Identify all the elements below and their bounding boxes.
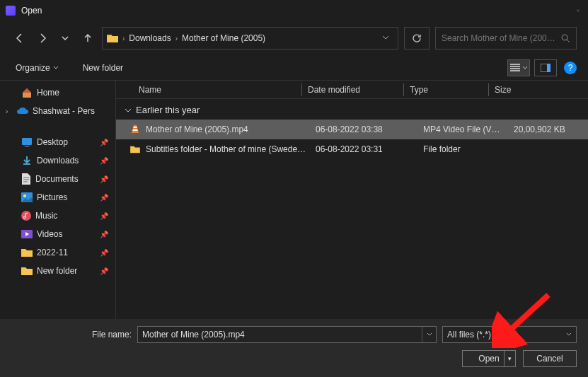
column-date[interactable]: Date modified (301, 83, 403, 96)
breadcrumb-item[interactable]: Downloads (129, 33, 171, 43)
sidebar-item-videos[interactable]: Videos 📌 (0, 225, 115, 243)
column-name[interactable]: Name (133, 83, 301, 96)
pin-icon: 📌 (100, 194, 108, 202)
file-size: 20,00,902 KB (514, 124, 579, 134)
pin-icon: 📌 (100, 231, 108, 238)
vlc-icon (130, 124, 140, 134)
sidebar-item-label: Desktop (37, 137, 68, 147)
column-headers[interactable]: Name Date modified Type Size (116, 81, 588, 99)
cancel-button[interactable]: Cancel (523, 350, 577, 367)
folder-icon (130, 145, 140, 153)
svg-rect-2 (547, 64, 550, 72)
back-button[interactable] (11, 30, 28, 47)
sidebar-item-label: Music (35, 211, 57, 221)
file-row[interactable]: Subtitles folder - Mother of mine (Swede… (116, 139, 588, 159)
file-type: File folder (423, 144, 508, 154)
title-bar: Open (0, 0, 588, 21)
pin-icon: 📌 (100, 175, 108, 183)
file-date: 06-08-2022 03:31 (316, 144, 417, 154)
svg-rect-3 (22, 138, 32, 145)
new-folder-button[interactable]: New folder (80, 60, 126, 76)
preview-pane-icon (541, 64, 550, 72)
dialog-footer: File name: All files (*.*) Open ▾ Cancel (0, 319, 588, 377)
cloud-icon (17, 107, 28, 115)
folder-icon (21, 266, 33, 276)
sidebar-item-desktop[interactable]: Desktop 📌 (0, 133, 115, 151)
sidebar-item-downloads[interactable]: Downloads 📌 (0, 151, 115, 170)
sidebar-item-label: Downloads (37, 156, 79, 166)
pin-icon: 📌 (100, 139, 108, 146)
home-icon (21, 87, 33, 98)
breadcrumb-item[interactable]: Mother of Mine (2005) (182, 33, 265, 43)
chevron-down-icon (125, 107, 132, 114)
svg-point-0 (562, 35, 567, 40)
desktop-icon (21, 137, 33, 147)
window-title: Open (21, 6, 574, 16)
sidebar: Home › Shashwat - Pers Desktop 📌 Downloa… (0, 81, 116, 328)
refresh-button[interactable] (404, 27, 430, 50)
sidebar-item-pictures[interactable]: Pictures 📌 (0, 188, 115, 207)
file-row[interactable]: Mother of Mine (2005).mp4 06-08-2022 03:… (116, 120, 588, 139)
pin-icon: 📌 (100, 249, 108, 257)
svg-rect-10 (133, 129, 138, 131)
filename-input[interactable] (138, 330, 422, 340)
file-type: MP4 Video File (V… (423, 124, 508, 134)
svg-point-6 (23, 195, 26, 197)
search-input[interactable] (442, 33, 557, 43)
sidebar-item-label: New folder (37, 266, 77, 276)
forward-button[interactable] (34, 30, 51, 47)
filename-dropdown[interactable] (422, 327, 436, 342)
videos-icon (21, 230, 33, 238)
pictures-icon (21, 192, 33, 202)
help-button[interactable]: ? (564, 62, 577, 74)
organize-menu[interactable]: Organize (11, 60, 63, 76)
sidebar-onedrive[interactable]: › Shashwat - Pers (0, 102, 115, 120)
filter-label: All files (*.*) (447, 330, 566, 340)
svg-rect-4 (25, 146, 29, 147)
close-icon[interactable] (574, 6, 582, 15)
sidebar-item-label: Home (37, 88, 59, 98)
sidebar-item-label: Shashwat - Pers (33, 106, 95, 116)
chevron-down-icon (566, 332, 572, 337)
preview-pane-button[interactable] (534, 59, 557, 76)
pin-icon: 📌 (100, 267, 108, 275)
sidebar-item-label: Documents (35, 174, 79, 184)
recent-dropdown[interactable] (57, 30, 74, 47)
column-size[interactable]: Size (488, 83, 553, 96)
app-icon (6, 6, 16, 16)
file-date: 06-08-2022 03:38 (316, 124, 417, 134)
group-header[interactable]: Earlier this year (116, 99, 588, 120)
up-button[interactable] (79, 30, 96, 47)
breadcrumb-dropdown[interactable] (378, 33, 393, 43)
open-label: Open (478, 354, 499, 364)
expand-icon[interactable]: › (6, 108, 13, 115)
toolbar: Organize New folder ? (0, 55, 588, 81)
sidebar-home[interactable]: Home (0, 83, 115, 102)
file-filter[interactable]: All files (*.*) (442, 326, 577, 343)
pin-icon: 📌 (100, 212, 108, 220)
document-icon (21, 173, 31, 185)
list-view-icon (510, 64, 520, 72)
chevron-right-icon[interactable]: › (175, 35, 178, 42)
chevron-down-icon (53, 65, 59, 71)
column-type[interactable]: Type (403, 83, 488, 96)
open-button[interactable]: Open ▾ (462, 350, 516, 367)
chevron-right-icon[interactable]: › (122, 35, 125, 42)
filename-combo[interactable] (137, 326, 437, 343)
sidebar-item-folder1[interactable]: 2022-11 📌 (0, 243, 115, 262)
sidebar-item-label: Pictures (37, 192, 67, 202)
breadcrumb[interactable]: › Downloads › Mother of Mine (2005) (102, 27, 398, 50)
sidebar-item-folder2[interactable]: New folder 📌 (0, 262, 115, 280)
group-label: Earlier this year (136, 105, 200, 115)
view-list-button[interactable] (507, 59, 530, 76)
download-icon (21, 155, 33, 166)
open-split-dropdown[interactable]: ▾ (504, 351, 515, 366)
search-box[interactable] (435, 27, 577, 50)
filename-label: File name: (11, 330, 132, 340)
nav-row: › Downloads › Mother of Mine (2005) (0, 21, 588, 55)
sidebar-item-music[interactable]: Music 📌 (0, 207, 115, 225)
svg-rect-9 (134, 127, 137, 128)
file-name: Mother of Mine (2005).mp4 (146, 124, 310, 134)
music-icon (21, 211, 31, 221)
sidebar-item-documents[interactable]: Documents 📌 (0, 170, 115, 188)
